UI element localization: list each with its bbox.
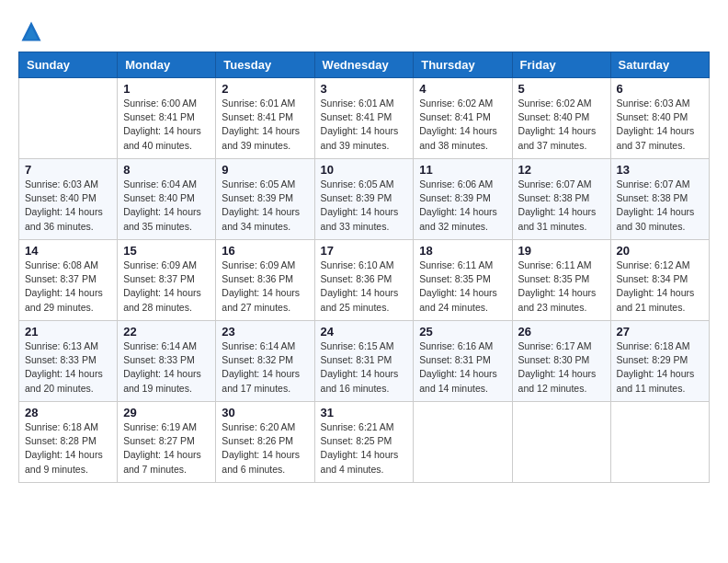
daylight-text: Daylight: 14 hours and 4 minutes. xyxy=(321,449,399,474)
day-number: 7 xyxy=(25,163,111,177)
sunset-text: Sunset: 8:29 PM xyxy=(617,354,688,365)
calendar-header-tuesday: Tuesday xyxy=(216,52,314,78)
day-number: 23 xyxy=(222,325,308,339)
calendar-cell: 10Sunrise: 6:05 AMSunset: 8:39 PMDayligh… xyxy=(314,159,414,240)
sunset-text: Sunset: 8:31 PM xyxy=(321,354,392,365)
calendar-cell: 21Sunrise: 6:13 AMSunset: 8:33 PMDayligh… xyxy=(19,321,118,402)
calendar-cell: 19Sunrise: 6:11 AMSunset: 8:35 PMDayligh… xyxy=(512,240,610,321)
day-number: 10 xyxy=(321,163,408,177)
cell-content: Sunrise: 6:07 AMSunset: 8:38 PMDaylight:… xyxy=(518,178,605,234)
calendar-cell: 29Sunrise: 6:19 AMSunset: 8:27 PMDayligh… xyxy=(118,402,216,483)
sunrise-text: Sunrise: 6:18 AM xyxy=(617,340,690,351)
sunset-text: Sunset: 8:38 PM xyxy=(617,192,688,203)
calendar-cell: 26Sunrise: 6:17 AMSunset: 8:30 PMDayligh… xyxy=(512,321,610,402)
calendar-cell: 31Sunrise: 6:21 AMSunset: 8:25 PMDayligh… xyxy=(314,402,414,483)
day-number: 24 xyxy=(321,325,408,339)
sunrise-text: Sunrise: 6:14 AM xyxy=(222,340,295,351)
cell-content: Sunrise: 6:09 AMSunset: 8:37 PMDaylight:… xyxy=(123,259,210,315)
calendar-cell: 28Sunrise: 6:18 AMSunset: 8:28 PMDayligh… xyxy=(19,402,118,483)
cell-content: Sunrise: 6:16 AMSunset: 8:31 PMDaylight:… xyxy=(419,339,506,396)
calendar-cell xyxy=(610,402,709,483)
sunset-text: Sunset: 8:34 PM xyxy=(617,273,688,284)
sunset-text: Sunset: 8:41 PM xyxy=(419,111,491,122)
sunset-text: Sunset: 8:39 PM xyxy=(419,192,491,203)
daylight-text: Daylight: 14 hours and 40 minutes. xyxy=(123,125,201,150)
calendar-cell: 30Sunrise: 6:20 AMSunset: 8:26 PMDayligh… xyxy=(216,402,314,483)
day-number: 20 xyxy=(617,244,703,258)
sunset-text: Sunset: 8:32 PM xyxy=(222,354,293,365)
calendar-cell: 17Sunrise: 6:10 AMSunset: 8:36 PMDayligh… xyxy=(314,240,414,321)
sunrise-text: Sunrise: 6:16 AM xyxy=(419,340,493,351)
daylight-text: Daylight: 14 hours and 30 minutes. xyxy=(617,206,695,231)
day-number: 18 xyxy=(419,244,506,258)
calendar-cell: 24Sunrise: 6:15 AMSunset: 8:31 PMDayligh… xyxy=(314,321,414,402)
day-number: 30 xyxy=(222,406,308,419)
daylight-text: Daylight: 14 hours and 38 minutes. xyxy=(419,125,497,150)
day-number: 28 xyxy=(25,406,111,419)
daylight-text: Daylight: 14 hours and 19 minutes. xyxy=(123,368,201,393)
daylight-text: Daylight: 14 hours and 9 minutes. xyxy=(25,449,103,474)
sunset-text: Sunset: 8:37 PM xyxy=(123,273,195,284)
calendar-header-saturday: Saturday xyxy=(610,52,709,78)
cell-content: Sunrise: 6:00 AMSunset: 8:41 PMDaylight:… xyxy=(123,97,210,153)
calendar-cell: 5Sunrise: 6:02 AMSunset: 8:40 PMDaylight… xyxy=(512,78,610,159)
day-number: 1 xyxy=(123,82,210,96)
sunrise-text: Sunrise: 6:09 AM xyxy=(123,259,197,270)
sunset-text: Sunset: 8:41 PM xyxy=(321,111,392,122)
calendar-cell: 3Sunrise: 6:01 AMSunset: 8:41 PMDaylight… xyxy=(314,78,414,159)
sunset-text: Sunset: 8:40 PM xyxy=(518,111,590,122)
calendar-cell: 9Sunrise: 6:05 AMSunset: 8:39 PMDaylight… xyxy=(216,159,314,240)
sunset-text: Sunset: 8:40 PM xyxy=(25,192,97,203)
daylight-text: Daylight: 14 hours and 39 minutes. xyxy=(321,125,399,150)
sunset-text: Sunset: 8:28 PM xyxy=(25,435,97,446)
sunset-text: Sunset: 8:35 PM xyxy=(419,273,491,284)
cell-content: Sunrise: 6:03 AMSunset: 8:40 PMDaylight:… xyxy=(25,178,111,234)
sunrise-text: Sunrise: 6:12 AM xyxy=(617,259,690,270)
sunrise-text: Sunrise: 6:17 AM xyxy=(518,340,592,351)
calendar-cell: 11Sunrise: 6:06 AMSunset: 8:39 PMDayligh… xyxy=(414,159,512,240)
sunrise-text: Sunrise: 6:02 AM xyxy=(419,98,493,109)
day-number: 2 xyxy=(222,82,308,96)
calendar-week-4: 28Sunrise: 6:18 AMSunset: 8:28 PMDayligh… xyxy=(19,402,710,483)
logo-icon xyxy=(18,18,44,44)
daylight-text: Daylight: 14 hours and 35 minutes. xyxy=(123,206,201,231)
calendar-header-row: SundayMondayTuesdayWednesdayThursdayFrid… xyxy=(19,52,710,78)
sunrise-text: Sunrise: 6:04 AM xyxy=(123,178,197,190)
header xyxy=(18,15,710,44)
sunrise-text: Sunrise: 6:06 AM xyxy=(419,178,493,190)
cell-content: Sunrise: 6:18 AMSunset: 8:28 PMDaylight:… xyxy=(25,420,111,477)
sunset-text: Sunset: 8:41 PM xyxy=(123,111,195,122)
daylight-text: Daylight: 14 hours and 6 minutes. xyxy=(222,449,300,474)
daylight-text: Daylight: 14 hours and 33 minutes. xyxy=(321,206,399,231)
calendar-cell: 13Sunrise: 6:07 AMSunset: 8:38 PMDayligh… xyxy=(610,159,709,240)
sunrise-text: Sunrise: 6:13 AM xyxy=(25,340,98,351)
sunrise-text: Sunrise: 6:05 AM xyxy=(321,178,394,190)
daylight-text: Daylight: 14 hours and 27 minutes. xyxy=(222,287,300,312)
daylight-text: Daylight: 14 hours and 34 minutes. xyxy=(222,206,300,231)
day-number: 9 xyxy=(222,163,308,177)
cell-content: Sunrise: 6:21 AMSunset: 8:25 PMDaylight:… xyxy=(321,420,408,477)
sunset-text: Sunset: 8:33 PM xyxy=(123,354,195,365)
cell-content: Sunrise: 6:05 AMSunset: 8:39 PMDaylight:… xyxy=(222,178,308,234)
calendar-header-wednesday: Wednesday xyxy=(314,52,414,78)
sunrise-text: Sunrise: 6:01 AM xyxy=(222,98,295,109)
day-number: 12 xyxy=(518,163,605,177)
day-number: 5 xyxy=(518,82,605,96)
day-number: 15 xyxy=(123,244,210,258)
cell-content: Sunrise: 6:12 AMSunset: 8:34 PMDaylight:… xyxy=(617,259,703,315)
page-container: SundayMondayTuesdayWednesdayThursdayFrid… xyxy=(0,0,728,492)
sunrise-text: Sunrise: 6:14 AM xyxy=(123,340,197,351)
sunrise-text: Sunrise: 6:19 AM xyxy=(123,421,197,432)
cell-content: Sunrise: 6:03 AMSunset: 8:40 PMDaylight:… xyxy=(617,97,703,153)
sunrise-text: Sunrise: 6:15 AM xyxy=(321,340,394,351)
day-number: 19 xyxy=(518,244,605,258)
sunset-text: Sunset: 8:39 PM xyxy=(321,192,392,203)
calendar-cell: 27Sunrise: 6:18 AMSunset: 8:29 PMDayligh… xyxy=(610,321,709,402)
day-number: 25 xyxy=(419,325,506,339)
cell-content: Sunrise: 6:02 AMSunset: 8:41 PMDaylight:… xyxy=(419,97,506,153)
sunrise-text: Sunrise: 6:20 AM xyxy=(222,421,295,432)
day-number: 13 xyxy=(617,163,703,177)
calendar-cell: 1Sunrise: 6:00 AMSunset: 8:41 PMDaylight… xyxy=(118,78,216,159)
daylight-text: Daylight: 14 hours and 23 minutes. xyxy=(518,287,597,312)
sunrise-text: Sunrise: 6:07 AM xyxy=(518,178,592,190)
